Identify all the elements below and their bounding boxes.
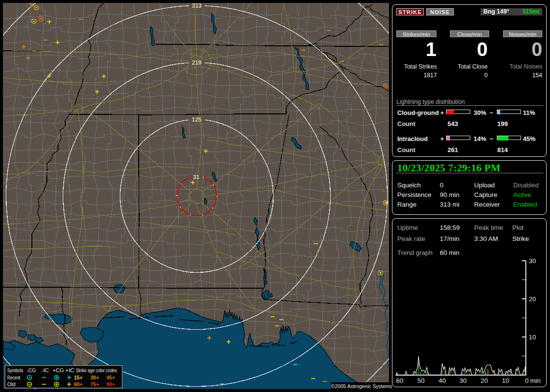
svg-text:20: 20 xyxy=(529,295,536,303)
svg-text:20: 20 xyxy=(480,377,488,384)
svg-text:15+: 15+ xyxy=(74,375,83,380)
svg-text:40: 40 xyxy=(438,377,446,384)
svg-text:60+: 60+ xyxy=(74,381,83,387)
svg-text:-CG: -CG xyxy=(27,367,36,373)
svg-text:31: 31 xyxy=(193,174,200,181)
svg-text:0: 0 xyxy=(525,377,529,384)
svg-text:60: 60 xyxy=(396,377,403,384)
svg-text:min: min xyxy=(530,377,541,384)
svg-text:45+: 45+ xyxy=(106,375,115,380)
svg-text:90+: 90+ xyxy=(106,381,115,387)
svg-text:Recent: Recent xyxy=(7,375,20,380)
svg-text:30: 30 xyxy=(529,257,536,265)
svg-text:313: 313 xyxy=(192,2,202,9)
svg-text:Strike age color codes: Strike age color codes xyxy=(76,367,117,373)
svg-text:125: 125 xyxy=(192,116,202,123)
svg-text:75+: 75+ xyxy=(90,381,99,387)
svg-text:+CG: +CG xyxy=(53,367,64,373)
svg-text:-IC: -IC xyxy=(42,367,49,373)
svg-text:30: 30 xyxy=(459,377,466,384)
svg-text:Old: Old xyxy=(7,381,15,387)
svg-text:+IC: +IC xyxy=(65,367,74,373)
svg-text:Symbols: Symbols xyxy=(7,367,23,373)
svg-text:10: 10 xyxy=(529,334,536,341)
svg-text:30+: 30+ xyxy=(90,375,99,380)
svg-text:219: 219 xyxy=(192,59,202,66)
svg-text:10: 10 xyxy=(502,377,509,384)
svg-text:50: 50 xyxy=(417,377,424,384)
